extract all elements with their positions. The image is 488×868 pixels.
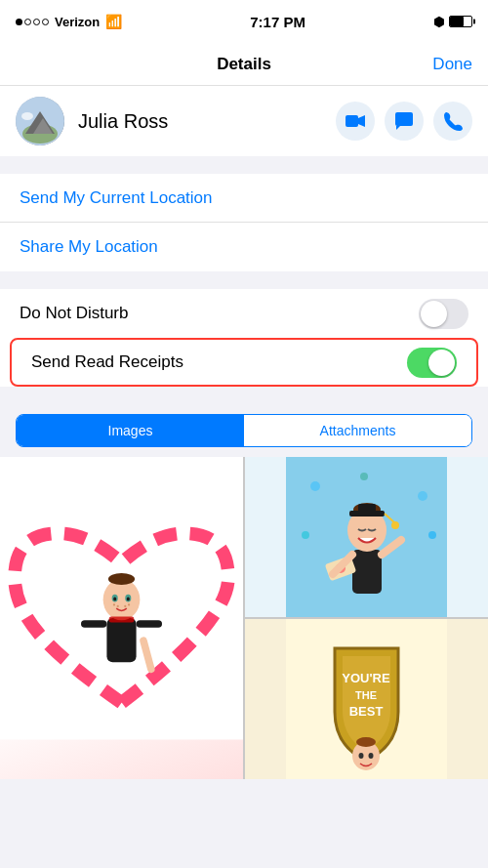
- svg-point-9: [103, 579, 141, 620]
- svg-point-48: [356, 737, 376, 747]
- navigation-bar: Details Done: [0, 43, 488, 86]
- carrier-label: Verizon: [55, 15, 100, 29]
- location-section: Send My Current Location Share My Locati…: [0, 174, 488, 271]
- video-call-button[interactable]: [336, 102, 375, 141]
- signal-dot-3: [33, 19, 40, 25]
- bluetooth-icon: ⬢: [433, 15, 444, 29]
- status-time: 7:17 PM: [250, 14, 305, 30]
- do-not-disturb-label: Do Not Disturb: [20, 304, 128, 323]
- segment-bar: Images Attachments: [0, 404, 488, 457]
- segment-images[interactable]: Images: [17, 415, 244, 446]
- svg-point-27: [360, 473, 368, 480]
- bitmoji-main-image: [0, 457, 243, 779]
- status-right: ⬢: [433, 15, 472, 29]
- svg-point-51: [369, 753, 374, 759]
- send-current-location-label: Send My Current Location: [20, 188, 213, 208]
- separator-3: [0, 387, 488, 404]
- svg-rect-17: [81, 620, 106, 628]
- separator-1: [0, 156, 488, 174]
- svg-point-4: [21, 112, 33, 120]
- signal-dot-1: [16, 19, 22, 25]
- wifi-icon: 📶: [105, 14, 122, 29]
- do-not-disturb-knob: [421, 301, 447, 327]
- svg-point-50: [359, 753, 364, 759]
- separator-2: [0, 271, 488, 289]
- svg-point-22: [124, 605, 126, 607]
- signal-dot-2: [24, 19, 31, 25]
- nav-title: Details: [217, 55, 271, 74]
- avatar: [16, 97, 64, 145]
- do-not-disturb-toggle[interactable]: [419, 299, 468, 329]
- signal-dots: [16, 19, 49, 25]
- grid-cell-bottom-right[interactable]: YOU'RE THE BEST: [245, 619, 488, 779]
- image-grid: YOU'RE THE BEST: [0, 457, 488, 779]
- battery-icon: [449, 16, 472, 27]
- status-left: Verizon 📶: [16, 14, 122, 29]
- segment-control: Images Attachments: [16, 414, 472, 447]
- svg-point-28: [418, 491, 427, 501]
- signal-dot-4: [42, 19, 49, 25]
- svg-point-14: [113, 597, 116, 600]
- segment-attachments[interactable]: Attachments: [244, 415, 471, 446]
- message-button[interactable]: [385, 102, 424, 141]
- svg-point-15: [127, 597, 130, 600]
- done-button[interactable]: Done: [432, 55, 472, 74]
- svg-text:BEST: BEST: [349, 704, 384, 719]
- status-bar: Verizon 📶 7:17 PM ⬢: [0, 0, 488, 43]
- svg-rect-31: [352, 550, 382, 594]
- svg-point-20: [113, 603, 115, 605]
- svg-rect-18: [137, 620, 162, 628]
- send-read-receipts-row: Send Read Receipts: [10, 338, 478, 387]
- graduation-image: [245, 457, 488, 617]
- send-read-receipts-toggle[interactable]: [407, 348, 457, 378]
- svg-rect-5: [346, 115, 358, 127]
- svg-point-21: [117, 605, 119, 607]
- battery-fill: [450, 17, 464, 26]
- grid-cell-top-right[interactable]: [245, 457, 488, 617]
- svg-point-10: [108, 573, 135, 585]
- svg-marker-6: [358, 115, 365, 127]
- phone-call-button[interactable]: [433, 102, 472, 141]
- action-buttons: [336, 102, 472, 141]
- svg-point-38: [391, 521, 399, 529]
- svg-point-29: [302, 531, 309, 539]
- svg-rect-8: [106, 618, 136, 662]
- svg-point-23: [128, 603, 130, 605]
- segment-attachments-label: Attachments: [320, 423, 396, 438]
- svg-text:YOU'RE: YOU'RE: [342, 671, 390, 685]
- share-my-location-item[interactable]: Share My Location: [0, 223, 488, 271]
- send-read-receipts-label: Send Read Receipts: [31, 352, 183, 372]
- svg-point-30: [428, 531, 436, 539]
- contact-name: Julia Ross: [78, 110, 322, 133]
- segment-images-label: Images: [108, 423, 153, 438]
- do-not-disturb-row: Do Not Disturb: [0, 289, 488, 338]
- toggle-section: Do Not Disturb Send Read Receipts: [0, 289, 488, 387]
- svg-rect-16: [109, 616, 135, 622]
- send-current-location-item[interactable]: Send My Current Location: [0, 174, 488, 223]
- svg-text:THE: THE: [355, 689, 377, 701]
- svg-rect-36: [358, 504, 376, 514]
- youre-the-best-image: YOU'RE THE BEST: [245, 619, 488, 779]
- send-read-receipts-knob: [428, 350, 455, 376]
- grid-cell-large[interactable]: [0, 457, 243, 779]
- share-my-location-label: Share My Location: [20, 237, 158, 257]
- svg-point-26: [310, 481, 320, 491]
- contact-row: Julia Ross: [0, 86, 488, 156]
